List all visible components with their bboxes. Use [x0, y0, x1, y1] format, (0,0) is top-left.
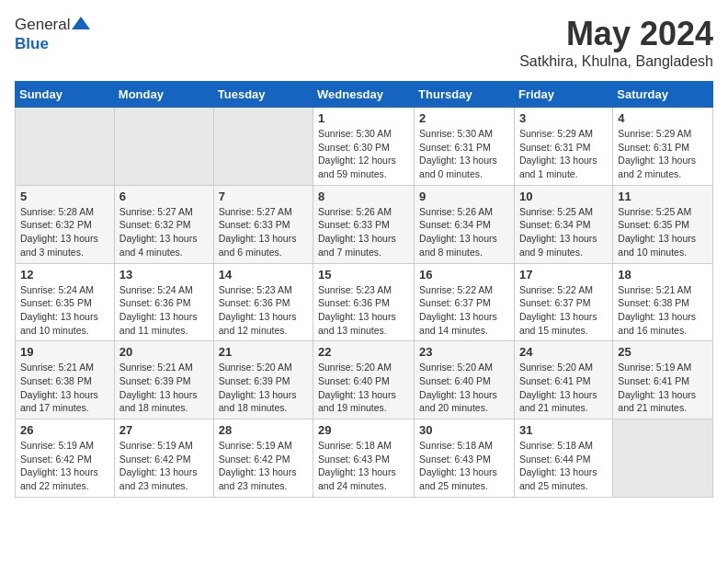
- calendar-cell: 8Sunrise: 5:26 AM Sunset: 6:33 PM Daylig…: [313, 185, 415, 263]
- weekday-header-monday: Monday: [114, 82, 213, 108]
- calendar-cell: 28Sunrise: 5:19 AM Sunset: 6:42 PM Dayli…: [213, 419, 313, 498]
- day-number: 30: [419, 423, 509, 437]
- weekday-header-friday: Friday: [514, 82, 612, 108]
- cell-content: Sunrise: 5:19 AM Sunset: 6:42 PM Dayligh…: [119, 439, 209, 493]
- calendar-cell: 15Sunrise: 5:23 AM Sunset: 6:36 PM Dayli…: [313, 263, 415, 341]
- calendar-cell: 4Sunrise: 5:29 AM Sunset: 6:31 PM Daylig…: [613, 108, 713, 186]
- cell-content: Sunrise: 5:24 AM Sunset: 6:36 PM Dayligh…: [119, 283, 209, 338]
- day-number: 6: [119, 190, 209, 203]
- cell-content: Sunrise: 5:18 AM Sunset: 6:44 PM Dayligh…: [519, 439, 608, 493]
- calendar-cell: 9Sunrise: 5:26 AM Sunset: 6:34 PM Daylig…: [415, 185, 515, 263]
- cell-content: Sunrise: 5:21 AM Sunset: 6:38 PM Dayligh…: [618, 283, 708, 338]
- cell-content: Sunrise: 5:19 AM Sunset: 6:42 PM Dayligh…: [219, 439, 308, 493]
- cell-content: Sunrise: 5:20 AM Sunset: 6:40 PM Dayligh…: [318, 361, 409, 415]
- weekday-header-sunday: Sunday: [16, 82, 115, 108]
- day-number: 29: [318, 423, 409, 437]
- calendar-cell: [613, 419, 713, 498]
- day-number: 3: [519, 111, 608, 125]
- day-number: 5: [20, 190, 109, 203]
- day-number: 9: [419, 190, 509, 203]
- day-number: 2: [419, 111, 509, 125]
- day-number: 12: [20, 268, 109, 282]
- day-number: 17: [519, 268, 608, 282]
- calendar-cell: 27Sunrise: 5:19 AM Sunset: 6:42 PM Dayli…: [114, 419, 213, 498]
- logo: General Blue: [15, 15, 90, 53]
- cell-content: Sunrise: 5:27 AM Sunset: 6:33 PM Dayligh…: [219, 205, 308, 259]
- calendar-cell: 1Sunrise: 5:30 AM Sunset: 6:30 PM Daylig…: [313, 108, 415, 186]
- cell-content: Sunrise: 5:20 AM Sunset: 6:40 PM Dayligh…: [419, 361, 509, 415]
- day-number: 23: [419, 345, 509, 359]
- day-number: 26: [20, 423, 109, 437]
- day-number: 7: [219, 190, 308, 203]
- calendar-cell: 18Sunrise: 5:21 AM Sunset: 6:38 PM Dayli…: [613, 263, 713, 341]
- day-number: 1: [318, 111, 409, 125]
- calendar-cell: 2Sunrise: 5:30 AM Sunset: 6:31 PM Daylig…: [415, 108, 515, 186]
- day-number: 21: [219, 345, 308, 359]
- cell-content: Sunrise: 5:23 AM Sunset: 6:36 PM Dayligh…: [318, 283, 409, 338]
- cell-content: Sunrise: 5:21 AM Sunset: 6:39 PM Dayligh…: [119, 361, 209, 415]
- svg-marker-0: [72, 17, 90, 29]
- calendar-week-row: 5Sunrise: 5:28 AM Sunset: 6:32 PM Daylig…: [16, 185, 713, 263]
- cell-content: Sunrise: 5:25 AM Sunset: 6:34 PM Dayligh…: [519, 205, 608, 259]
- day-number: 10: [519, 190, 608, 203]
- calendar-week-row: 12Sunrise: 5:24 AM Sunset: 6:35 PM Dayli…: [16, 263, 713, 341]
- calendar-cell: 11Sunrise: 5:25 AM Sunset: 6:35 PM Dayli…: [613, 185, 713, 263]
- cell-content: Sunrise: 5:19 AM Sunset: 6:41 PM Dayligh…: [618, 361, 708, 415]
- day-number: 22: [318, 345, 409, 359]
- calendar-cell: 6Sunrise: 5:27 AM Sunset: 6:32 PM Daylig…: [114, 185, 213, 263]
- day-number: 13: [119, 268, 209, 282]
- calendar-cell: 19Sunrise: 5:21 AM Sunset: 6:38 PM Dayli…: [16, 341, 115, 419]
- cell-content: Sunrise: 5:23 AM Sunset: 6:36 PM Dayligh…: [219, 283, 308, 338]
- calendar-cell: 17Sunrise: 5:22 AM Sunset: 6:37 PM Dayli…: [514, 263, 612, 341]
- calendar-cell: 21Sunrise: 5:20 AM Sunset: 6:39 PM Dayli…: [213, 341, 313, 419]
- calendar-cell: 29Sunrise: 5:18 AM Sunset: 6:43 PM Dayli…: [313, 419, 415, 498]
- weekday-header-row: SundayMondayTuesdayWednesdayThursdayFrid…: [16, 82, 713, 108]
- day-number: 16: [419, 268, 509, 282]
- day-number: 15: [318, 268, 409, 282]
- calendar-cell: 14Sunrise: 5:23 AM Sunset: 6:36 PM Dayli…: [213, 263, 313, 341]
- weekday-header-saturday: Saturday: [613, 82, 713, 108]
- logo-bird-icon: [72, 15, 90, 35]
- cell-content: Sunrise: 5:20 AM Sunset: 6:41 PM Dayligh…: [519, 361, 608, 415]
- cell-content: Sunrise: 5:22 AM Sunset: 6:37 PM Dayligh…: [519, 283, 608, 338]
- day-number: 24: [519, 345, 608, 359]
- logo-blue: Blue: [15, 35, 49, 52]
- cell-content: Sunrise: 5:26 AM Sunset: 6:34 PM Dayligh…: [419, 205, 509, 259]
- calendar-week-row: 1Sunrise: 5:30 AM Sunset: 6:30 PM Daylig…: [16, 108, 713, 186]
- calendar-cell: 22Sunrise: 5:20 AM Sunset: 6:40 PM Dayli…: [313, 341, 415, 419]
- cell-content: Sunrise: 5:22 AM Sunset: 6:37 PM Dayligh…: [419, 283, 509, 338]
- calendar-cell: 12Sunrise: 5:24 AM Sunset: 6:35 PM Dayli…: [16, 263, 115, 341]
- calendar-cell: 16Sunrise: 5:22 AM Sunset: 6:37 PM Dayli…: [415, 263, 515, 341]
- calendar-table: SundayMondayTuesdayWednesdayThursdayFrid…: [15, 81, 713, 498]
- weekday-header-wednesday: Wednesday: [313, 82, 415, 108]
- cell-content: Sunrise: 5:29 AM Sunset: 6:31 PM Dayligh…: [519, 127, 608, 181]
- calendar-cell: 20Sunrise: 5:21 AM Sunset: 6:39 PM Dayli…: [114, 341, 213, 419]
- day-number: 14: [219, 268, 308, 282]
- calendar-cell: [114, 108, 213, 186]
- cell-content: Sunrise: 5:30 AM Sunset: 6:30 PM Dayligh…: [318, 127, 409, 181]
- calendar-cell: 26Sunrise: 5:19 AM Sunset: 6:42 PM Dayli…: [16, 419, 115, 498]
- cell-content: Sunrise: 5:29 AM Sunset: 6:31 PM Dayligh…: [618, 127, 708, 181]
- day-number: 31: [519, 423, 608, 437]
- calendar-week-row: 26Sunrise: 5:19 AM Sunset: 6:42 PM Dayli…: [16, 419, 713, 498]
- day-number: 8: [318, 190, 409, 203]
- calendar-cell: [16, 108, 115, 186]
- cell-content: Sunrise: 5:25 AM Sunset: 6:35 PM Dayligh…: [618, 205, 708, 259]
- calendar-cell: 3Sunrise: 5:29 AM Sunset: 6:31 PM Daylig…: [514, 108, 612, 186]
- cell-content: Sunrise: 5:21 AM Sunset: 6:38 PM Dayligh…: [20, 361, 109, 415]
- cell-content: Sunrise: 5:26 AM Sunset: 6:33 PM Dayligh…: [318, 205, 409, 259]
- main-title: May 2024: [519, 15, 713, 53]
- calendar-cell: [213, 108, 313, 186]
- calendar-cell: 23Sunrise: 5:20 AM Sunset: 6:40 PM Dayli…: [415, 341, 515, 419]
- weekday-header-thursday: Thursday: [415, 82, 515, 108]
- day-number: 28: [219, 423, 308, 437]
- cell-content: Sunrise: 5:18 AM Sunset: 6:43 PM Dayligh…: [318, 439, 409, 493]
- calendar-cell: 5Sunrise: 5:28 AM Sunset: 6:32 PM Daylig…: [16, 185, 115, 263]
- day-number: 27: [119, 423, 209, 437]
- calendar-cell: 25Sunrise: 5:19 AM Sunset: 6:41 PM Dayli…: [613, 341, 713, 419]
- weekday-header-tuesday: Tuesday: [213, 82, 313, 108]
- cell-content: Sunrise: 5:30 AM Sunset: 6:31 PM Dayligh…: [419, 127, 509, 181]
- day-number: 20: [119, 345, 209, 359]
- logo-general: General: [15, 16, 70, 34]
- cell-content: Sunrise: 5:18 AM Sunset: 6:43 PM Dayligh…: [419, 439, 509, 493]
